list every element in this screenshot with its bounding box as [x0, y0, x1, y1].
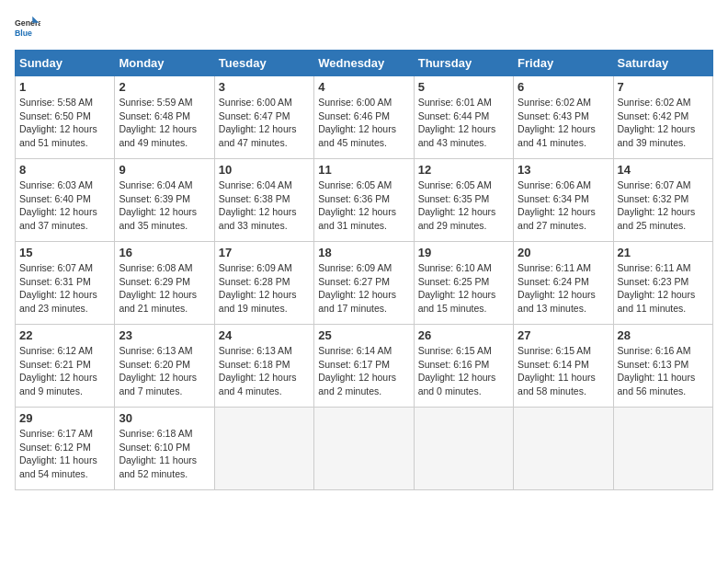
day-number: 15 [19, 246, 110, 259]
day-number: 21 [618, 246, 709, 259]
day-info: Sunrise: 6:18 AMSunset: 6:10 PMDaylight:… [119, 427, 210, 481]
day-info: Sunrise: 6:16 AMSunset: 6:13 PMDaylight:… [618, 344, 709, 398]
calendar-cell: 18Sunrise: 6:09 AMSunset: 6:27 PMDayligh… [314, 242, 414, 325]
day-info: Sunrise: 6:02 AMSunset: 6:43 PMDaylight:… [518, 96, 609, 150]
day-info: Sunrise: 6:15 AMSunset: 6:14 PMDaylight:… [518, 344, 609, 398]
col-monday: Monday [115, 51, 214, 76]
calendar-cell: 29Sunrise: 6:17 AMSunset: 6:12 PMDayligh… [16, 408, 115, 490]
calendar-cell: 9Sunrise: 6:04 AMSunset: 6:39 PMDaylight… [115, 159, 214, 242]
calendar-cell [214, 408, 313, 490]
logo: General Blue [15, 15, 44, 40]
calendar-table: Sunday Monday Tuesday Wednesday Thursday… [15, 50, 713, 490]
col-friday: Friday [514, 51, 613, 76]
day-number: 20 [518, 246, 609, 259]
col-wednesday: Wednesday [314, 51, 414, 76]
calendar-cell: 12Sunrise: 6:05 AMSunset: 6:35 PMDayligh… [414, 159, 513, 242]
day-number: 11 [318, 163, 409, 177]
calendar-cell: 3Sunrise: 6:00 AMSunset: 6:47 PMDaylight… [214, 76, 313, 159]
calendar-cell: 4Sunrise: 6:00 AMSunset: 6:46 PMDaylight… [314, 76, 414, 159]
header: General Blue [15, 15, 713, 40]
day-number: 28 [618, 328, 709, 342]
day-number: 14 [618, 163, 709, 177]
calendar-cell: 1Sunrise: 5:58 AMSunset: 6:50 PMDaylight… [16, 76, 115, 159]
day-info: Sunrise: 6:11 AMSunset: 6:23 PMDaylight:… [618, 261, 709, 316]
day-info: Sunrise: 6:00 AMSunset: 6:47 PMDaylight:… [219, 96, 310, 150]
day-number: 6 [518, 80, 609, 94]
col-thursday: Thursday [414, 51, 513, 76]
day-number: 13 [518, 163, 609, 177]
calendar-cell: 6Sunrise: 6:02 AMSunset: 6:43 PMDaylight… [514, 76, 613, 159]
day-number: 3 [219, 80, 310, 94]
day-number: 23 [119, 328, 210, 342]
calendar-cell: 8Sunrise: 6:03 AMSunset: 6:40 PMDaylight… [16, 159, 115, 242]
day-number: 2 [119, 80, 210, 94]
day-number: 25 [318, 328, 409, 342]
day-number: 30 [119, 411, 210, 425]
day-info: Sunrise: 6:17 AMSunset: 6:12 PMDaylight:… [19, 427, 110, 481]
calendar-cell: 28Sunrise: 6:16 AMSunset: 6:13 PMDayligh… [613, 325, 712, 408]
day-info: Sunrise: 6:14 AMSunset: 6:17 PMDaylight:… [318, 344, 409, 398]
calendar-cell: 25Sunrise: 6:14 AMSunset: 6:17 PMDayligh… [314, 325, 414, 408]
svg-text:General: General [15, 18, 40, 28]
calendar-cell: 16Sunrise: 6:08 AMSunset: 6:29 PMDayligh… [115, 242, 214, 325]
calendar-cell: 5Sunrise: 6:01 AMSunset: 6:44 PMDaylight… [414, 76, 513, 159]
day-number: 12 [418, 163, 509, 177]
calendar-cell [414, 408, 513, 490]
calendar-cell: 22Sunrise: 6:12 AMSunset: 6:21 PMDayligh… [16, 325, 115, 408]
calendar-week-5: 29Sunrise: 6:17 AMSunset: 6:12 PMDayligh… [16, 408, 713, 490]
day-info: Sunrise: 6:02 AMSunset: 6:42 PMDaylight:… [618, 96, 709, 150]
day-info: Sunrise: 6:06 AMSunset: 6:34 PMDaylight:… [518, 178, 609, 233]
calendar-week-1: 1Sunrise: 5:58 AMSunset: 6:50 PMDaylight… [16, 76, 713, 159]
day-info: Sunrise: 6:13 AMSunset: 6:20 PMDaylight:… [119, 344, 210, 398]
logo-icon: General Blue [15, 15, 40, 40]
day-number: 5 [418, 80, 509, 94]
day-info: Sunrise: 6:05 AMSunset: 6:35 PMDaylight:… [418, 178, 509, 233]
calendar-cell: 7Sunrise: 6:02 AMSunset: 6:42 PMDaylight… [613, 76, 712, 159]
day-info: Sunrise: 5:59 AMSunset: 6:48 PMDaylight:… [119, 96, 210, 150]
calendar-cell: 27Sunrise: 6:15 AMSunset: 6:14 PMDayligh… [514, 325, 613, 408]
calendar-cell: 11Sunrise: 6:05 AMSunset: 6:36 PMDayligh… [314, 159, 414, 242]
calendar-cell: 17Sunrise: 6:09 AMSunset: 6:28 PMDayligh… [214, 242, 313, 325]
calendar-cell: 19Sunrise: 6:10 AMSunset: 6:25 PMDayligh… [414, 242, 513, 325]
calendar-cell [514, 408, 613, 490]
calendar-cell [314, 408, 414, 490]
calendar-cell [613, 408, 712, 490]
day-info: Sunrise: 6:15 AMSunset: 6:16 PMDaylight:… [418, 344, 509, 398]
day-number: 9 [119, 163, 210, 177]
day-info: Sunrise: 6:10 AMSunset: 6:25 PMDaylight:… [418, 261, 509, 316]
day-number: 22 [19, 328, 110, 342]
col-saturday: Saturday [613, 51, 712, 76]
calendar-cell: 14Sunrise: 6:07 AMSunset: 6:32 PMDayligh… [613, 159, 712, 242]
calendar-cell: 21Sunrise: 6:11 AMSunset: 6:23 PMDayligh… [613, 242, 712, 325]
day-info: Sunrise: 6:05 AMSunset: 6:36 PMDaylight:… [318, 178, 409, 233]
header-row: Sunday Monday Tuesday Wednesday Thursday… [16, 51, 713, 76]
day-number: 17 [219, 246, 310, 259]
day-info: Sunrise: 6:00 AMSunset: 6:46 PMDaylight:… [318, 96, 409, 150]
calendar-cell: 2Sunrise: 5:59 AMSunset: 6:48 PMDaylight… [115, 76, 214, 159]
calendar-cell: 30Sunrise: 6:18 AMSunset: 6:10 PMDayligh… [115, 408, 214, 490]
day-number: 26 [418, 328, 509, 342]
calendar-week-2: 8Sunrise: 6:03 AMSunset: 6:40 PMDaylight… [16, 159, 713, 242]
day-number: 18 [318, 246, 409, 259]
day-info: Sunrise: 6:07 AMSunset: 6:32 PMDaylight:… [618, 178, 709, 233]
day-info: Sunrise: 6:08 AMSunset: 6:29 PMDaylight:… [119, 261, 210, 316]
calendar-cell: 15Sunrise: 6:07 AMSunset: 6:31 PMDayligh… [16, 242, 115, 325]
day-number: 29 [19, 411, 110, 425]
day-number: 27 [518, 328, 609, 342]
day-number: 7 [618, 80, 709, 94]
calendar-cell: 20Sunrise: 6:11 AMSunset: 6:24 PMDayligh… [514, 242, 613, 325]
day-info: Sunrise: 6:07 AMSunset: 6:31 PMDaylight:… [19, 261, 110, 316]
calendar-body: 1Sunrise: 5:58 AMSunset: 6:50 PMDaylight… [16, 76, 713, 490]
svg-text:Blue: Blue [15, 29, 32, 38]
calendar-cell: 23Sunrise: 6:13 AMSunset: 6:20 PMDayligh… [115, 325, 214, 408]
day-info: Sunrise: 6:13 AMSunset: 6:18 PMDaylight:… [219, 344, 310, 398]
day-number: 19 [418, 246, 509, 259]
col-tuesday: Tuesday [214, 51, 313, 76]
day-info: Sunrise: 6:09 AMSunset: 6:28 PMDaylight:… [219, 261, 310, 316]
calendar-cell: 26Sunrise: 6:15 AMSunset: 6:16 PMDayligh… [414, 325, 513, 408]
calendar-cell: 13Sunrise: 6:06 AMSunset: 6:34 PMDayligh… [514, 159, 613, 242]
day-number: 8 [19, 163, 110, 177]
day-info: Sunrise: 6:11 AMSunset: 6:24 PMDaylight:… [518, 261, 609, 316]
day-info: Sunrise: 6:09 AMSunset: 6:27 PMDaylight:… [318, 261, 409, 316]
calendar-week-3: 15Sunrise: 6:07 AMSunset: 6:31 PMDayligh… [16, 242, 713, 325]
